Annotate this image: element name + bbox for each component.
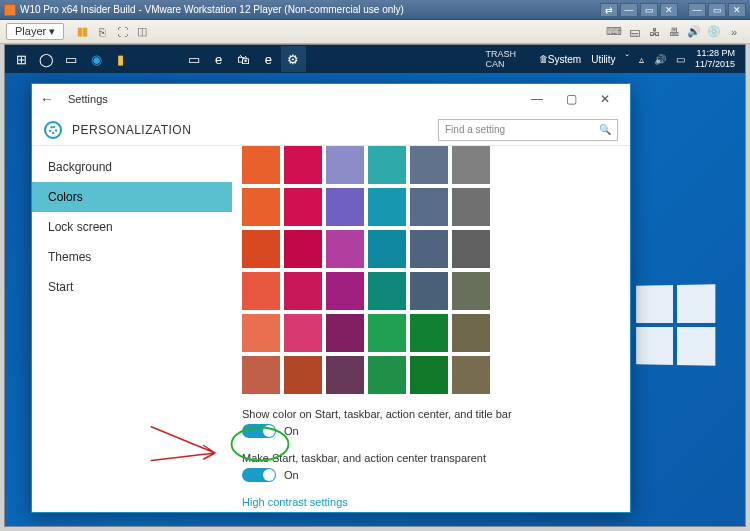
guest-desktop: ⊞ ◯ ▭ ◉ ▮ ▭ e 🛍 e ⚙ TRASH CAN 🗑 System U… (4, 44, 746, 527)
trash-icon: 🗑 (539, 54, 548, 64)
taskview-icon[interactable]: ▭ (59, 46, 84, 72)
color-swatch[interactable] (410, 356, 448, 394)
transparency-state: On (284, 469, 299, 481)
color-swatch[interactable] (242, 356, 280, 394)
store-icon[interactable]: 🛍 (231, 46, 256, 72)
color-swatch[interactable] (284, 146, 322, 184)
color-swatch[interactable] (242, 230, 280, 268)
guest-taskbar: ⊞ ◯ ▭ ◉ ▮ ▭ e 🛍 e ⚙ TRASH CAN 🗑 System U… (5, 45, 745, 73)
color-swatch[interactable] (284, 230, 322, 268)
transparency-toggle[interactable] (242, 468, 276, 482)
edge-icon[interactable]: e (206, 46, 231, 72)
host-icon-c[interactable]: ▭ (640, 3, 658, 17)
settings-titlebar[interactable]: ← Settings — ▢ ✕ (32, 84, 630, 114)
taskbar-clock[interactable]: 11:28 PM 11/7/2015 (695, 48, 735, 70)
host-icon-b[interactable]: — (620, 3, 638, 17)
host-close-button[interactable]: ✕ (728, 3, 746, 17)
color-swatch[interactable] (368, 146, 406, 184)
app-icon-1[interactable]: ▭ (181, 46, 206, 72)
tray-network-icon[interactable]: ▵ (639, 54, 644, 65)
device-icon-1[interactable]: ⌨ (606, 24, 622, 40)
back-button-icon[interactable]: ← (40, 91, 54, 107)
color-swatch[interactable] (326, 188, 364, 226)
file-explorer-icon[interactable]: ▮ (109, 46, 134, 72)
browser-icon[interactable]: ◉ (84, 46, 109, 72)
color-swatch[interactable] (452, 146, 490, 184)
sidebar-item-start[interactable]: Start (32, 272, 232, 302)
color-swatch[interactable] (284, 356, 322, 394)
high-contrast-link[interactable]: High contrast settings (242, 496, 620, 508)
pause-icon[interactable]: ▮▮ (74, 24, 90, 40)
color-swatch[interactable] (452, 272, 490, 310)
sidebar-item-colors[interactable]: Colors (32, 182, 232, 212)
tray-volume-icon[interactable]: 🔊 (654, 54, 666, 65)
color-swatch[interactable] (452, 188, 490, 226)
color-swatch[interactable] (368, 188, 406, 226)
host-icon-d[interactable]: ✕ (660, 3, 678, 17)
show-color-toggle[interactable] (242, 424, 276, 438)
color-swatch[interactable] (368, 230, 406, 268)
tray-chevron-icon[interactable]: ˇ (626, 54, 629, 65)
settings-content: Show color on Start, taskbar, action cen… (232, 146, 630, 512)
device-icon-5[interactable]: 🔊 (686, 24, 702, 40)
cortana-icon[interactable]: ◯ (34, 46, 59, 72)
device-icon-3[interactable]: 🖧 (646, 24, 662, 40)
sidebar-item-themes[interactable]: Themes (32, 242, 232, 272)
color-swatch[interactable] (284, 314, 322, 352)
color-swatch[interactable] (452, 314, 490, 352)
snapshot-icon[interactable]: ⎘ (94, 24, 110, 40)
search-icon: 🔍 (599, 124, 611, 135)
color-swatch[interactable] (242, 188, 280, 226)
tray-notifications-icon[interactable]: ▭ (676, 54, 685, 65)
color-swatch[interactable] (368, 272, 406, 310)
device-icon-4[interactable]: 🖶 (666, 24, 682, 40)
color-swatch[interactable] (410, 146, 448, 184)
start-button-icon[interactable]: ⊞ (9, 46, 34, 72)
color-swatch[interactable] (452, 230, 490, 268)
device-icon-2[interactable]: 🖴 (626, 24, 642, 40)
sidebar-item-lock-screen[interactable]: Lock screen (32, 212, 232, 242)
color-swatch[interactable] (368, 314, 406, 352)
search-input[interactable]: Find a setting 🔍 (438, 119, 618, 141)
color-swatch[interactable] (284, 188, 322, 226)
host-window-titlebar: W10 Pro x64 Insider Build - VMware Works… (0, 0, 750, 20)
color-swatch-grid (242, 146, 620, 394)
player-menu-button[interactable]: Player ▾ (6, 23, 64, 40)
tray-system-label[interactable]: System (548, 54, 581, 65)
color-swatch[interactable] (326, 230, 364, 268)
clock-date: 11/7/2015 (695, 59, 735, 70)
settings-minimize-button[interactable]: — (520, 92, 554, 106)
color-swatch[interactable] (452, 356, 490, 394)
settings-maximize-button[interactable]: ▢ (554, 92, 588, 106)
color-swatch[interactable] (326, 314, 364, 352)
trash-can-shortcut[interactable]: TRASH CAN 🗑 (486, 49, 548, 69)
unity-icon[interactable]: ◫ (134, 24, 150, 40)
vmware-favicon (4, 4, 16, 16)
color-swatch[interactable] (326, 146, 364, 184)
color-swatch[interactable] (410, 188, 448, 226)
color-swatch[interactable] (326, 272, 364, 310)
ie-icon[interactable]: e (256, 46, 281, 72)
fullscreen-icon[interactable]: ⛶ (114, 24, 130, 40)
host-window-title: W10 Pro x64 Insider Build - VMware Works… (20, 4, 600, 15)
color-swatch[interactable] (242, 314, 280, 352)
sidebar-item-background[interactable]: Background (32, 152, 232, 182)
host-minimize-button[interactable]: — (688, 3, 706, 17)
windows-logo-wallpaper (636, 284, 715, 366)
tools-menu-icon[interactable]: » (726, 24, 742, 40)
device-icon-6[interactable]: 💿 (706, 24, 722, 40)
host-icon-a[interactable]: ⇄ (600, 3, 618, 17)
tray-utility-label[interactable]: Utility (591, 54, 615, 65)
color-swatch[interactable] (242, 146, 280, 184)
color-swatch[interactable] (410, 314, 448, 352)
search-placeholder: Find a setting (445, 124, 599, 135)
color-swatch[interactable] (410, 272, 448, 310)
color-swatch[interactable] (368, 356, 406, 394)
settings-taskbar-icon[interactable]: ⚙ (281, 46, 306, 72)
color-swatch[interactable] (410, 230, 448, 268)
color-swatch[interactable] (242, 272, 280, 310)
host-maximize-button[interactable]: ▭ (708, 3, 726, 17)
settings-close-button[interactable]: ✕ (588, 92, 622, 106)
color-swatch[interactable] (284, 272, 322, 310)
color-swatch[interactable] (326, 356, 364, 394)
